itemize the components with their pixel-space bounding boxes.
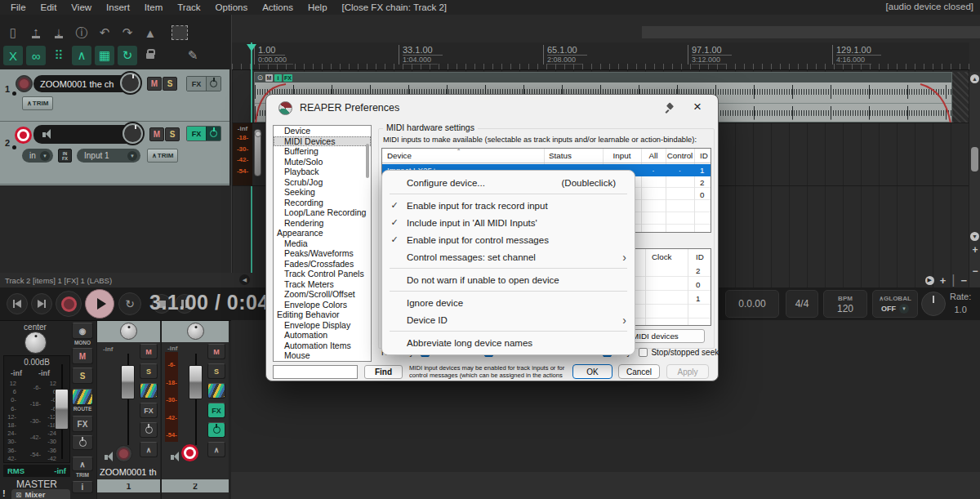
category-item[interactable]: Device (274, 126, 371, 136)
menu-item[interactable]: [Close FX chain: Track 2] (335, 2, 454, 13)
fx-button[interactable]: FX (187, 77, 206, 91)
menu-item[interactable]: Help (301, 2, 335, 13)
record-input-mode[interactable]: in▼ (22, 149, 53, 163)
context-menu-item[interactable]: Device ID › (382, 311, 635, 328)
category-item[interactable]: Mouse (274, 350, 371, 361)
speaker-icon[interactable] (102, 452, 114, 462)
open-project-icon[interactable]: ↑ (26, 23, 46, 42)
menu-item[interactable]: File (3, 2, 33, 13)
channel-number[interactable]: 1 (97, 479, 160, 492)
column-header[interactable]: All (641, 151, 666, 160)
pan-knob[interactable] (120, 323, 137, 340)
context-menu-item[interactable]: ✓ Enable input for track record input (382, 197, 635, 214)
go-to-start-button[interactable] (7, 293, 28, 314)
go-to-end-button[interactable] (31, 293, 52, 314)
undo-icon[interactable]: ↶ (95, 23, 114, 42)
category-item[interactable]: Editing Behavior (274, 310, 371, 320)
volume-knob[interactable] (122, 123, 143, 144)
zoom-out-button[interactable]: − (970, 266, 980, 276)
menu-item[interactable]: Edit (33, 2, 65, 13)
close-icon[interactable]: × (688, 99, 706, 115)
play-button[interactable] (85, 289, 114, 319)
list-scrollbar[interactable] (366, 144, 369, 178)
trim-envelope-button[interactable]: ∧TRIM (22, 96, 53, 110)
item-lock-icon[interactable]: ⊙ (256, 74, 264, 82)
fx-button[interactable]: FX (140, 403, 158, 418)
category-item[interactable]: MIDI Devices (274, 136, 371, 147)
mixer-tab[interactable]: ⊠ Mixer (11, 489, 70, 499)
hzoom-in-button[interactable]: + (940, 274, 947, 287)
fx-bypass-button[interactable] (206, 77, 220, 91)
close-box-icon[interactable]: ⊠ (16, 491, 22, 499)
menu-item[interactable]: Options (208, 2, 256, 13)
fx-button[interactable]: FX (207, 403, 225, 418)
context-menu-item[interactable]: ✓ Include input in 'All MIDI Inputs' (382, 214, 635, 231)
column-header[interactable]: Control (666, 151, 694, 160)
column-header[interactable]: Clock (652, 252, 672, 261)
category-item[interactable]: Media (274, 238, 371, 249)
cancel-button[interactable]: Cancel (618, 364, 660, 379)
item-fx-button[interactable]: FX (283, 74, 292, 82)
mute-button[interactable]: M (147, 77, 162, 91)
context-menu-item[interactable] (390, 268, 627, 269)
master-mute-button[interactable]: M (72, 348, 93, 364)
new-project-icon[interactable]: ▯ (3, 23, 23, 42)
volume-knob[interactable] (120, 73, 140, 93)
hzoom-out-button[interactable]: − (960, 274, 967, 287)
route-button[interactable] (207, 383, 225, 399)
context-menu-item[interactable]: ✓ Enable input for control messages (382, 231, 635, 248)
find-button[interactable]: Find (364, 365, 403, 379)
track-name-field[interactable]: ZOOM0001 the ch (33, 75, 133, 92)
category-item[interactable]: Fades/Crossfades (274, 259, 371, 270)
context-menu-item[interactable]: Control messages: set channel › (382, 248, 635, 265)
project-settings-icon[interactable]: ⓘ (72, 23, 91, 42)
dialog-title-bar[interactable]: REAPER Preferences (266, 95, 718, 121)
pencil-icon[interactable]: ✎ (183, 46, 203, 65)
category-item[interactable]: Rendering (274, 218, 371, 229)
mute-button[interactable]: M (140, 344, 158, 359)
menu-item[interactable]: Track (170, 2, 207, 13)
crossfade-icon[interactable]: X (3, 46, 23, 65)
bpm-display[interactable]: BPM120 (823, 290, 867, 318)
apply-button[interactable]: Apply (666, 364, 709, 379)
category-item[interactable]: Automation Items (274, 341, 371, 351)
context-menu-item[interactable] (390, 331, 627, 332)
master-pan-knob[interactable] (24, 332, 47, 354)
mono-button[interactable]: ◉ (72, 323, 93, 339)
redo-icon[interactable]: ↷ (118, 23, 137, 42)
playrate-knob[interactable] (921, 292, 946, 316)
column-header[interactable]: ID (696, 252, 704, 261)
category-item[interactable]: Buffering (274, 146, 371, 157)
master-trim-button[interactable]: ∧ (72, 457, 93, 471)
context-menu-item[interactable]: Configure device... (Doubleclick) (382, 174, 635, 191)
category-item[interactable]: Loop/Lane Recording (274, 207, 371, 218)
playrate-display[interactable]: Rate:1.0 (950, 290, 971, 316)
record-arm-button[interactable] (16, 75, 33, 92)
column-header[interactable]: ID (694, 151, 710, 160)
record-arm-button[interactable] (115, 445, 132, 462)
info-button[interactable]: i (72, 481, 93, 493)
solo-button[interactable]: S (163, 77, 177, 91)
context-menu-item[interactable] (390, 291, 627, 292)
repeat-icon[interactable]: ↻ (118, 46, 137, 65)
scroll-down-button[interactable]: ▼ (970, 232, 979, 241)
category-item[interactable]: Zoom/Scroll/Offset (274, 289, 371, 300)
vertical-scrollbar[interactable]: ▲ ▼ + − (969, 72, 980, 287)
context-menu-item[interactable] (390, 194, 627, 194)
category-item[interactable]: Peaks/Waveforms (274, 248, 371, 259)
item-grouping-icon[interactable]: ∞ (26, 46, 46, 65)
position-display[interactable]: 0.0.00 (725, 290, 779, 318)
record-arm-button[interactable] (15, 127, 32, 144)
solo-button[interactable]: S (140, 363, 158, 379)
category-item[interactable]: Envelope Display (274, 320, 371, 331)
category-item[interactable]: Seeking (274, 187, 371, 198)
fx-button[interactable]: FX (187, 127, 206, 140)
category-item[interactable]: Envelope Colors (274, 300, 371, 310)
category-item[interactable]: Scrub/Jog (274, 177, 371, 188)
channel-fader[interactable] (189, 365, 203, 399)
record-button[interactable] (56, 291, 82, 317)
master-fx-bypass-button[interactable] (72, 435, 93, 450)
master-label[interactable]: MASTER (0, 479, 74, 490)
repeat-button[interactable]: ↻ (118, 292, 141, 315)
route-button[interactable] (72, 389, 93, 405)
